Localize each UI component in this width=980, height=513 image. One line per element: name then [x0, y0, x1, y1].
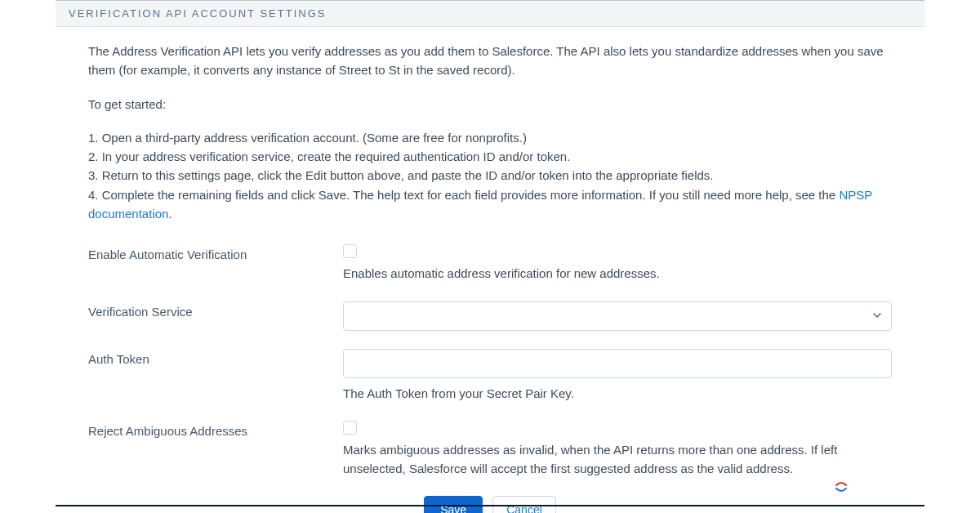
verification-service-select[interactable]	[343, 301, 892, 331]
step-2: 2. In your address verification service,…	[88, 147, 892, 166]
intro-paragraph-1: The Address Verification API lets you ve…	[88, 42, 892, 80]
reject-ambiguous-checkbox[interactable]	[343, 421, 357, 435]
settings-panel: VERIFICATION API ACCOUNT SETTINGS The Ad…	[56, 1, 924, 513]
step-1: 1. Open a third-party address verificati…	[88, 128, 892, 147]
reject-ambiguous-row: Reject Ambiguous Addresses Marks ambiguo…	[88, 421, 892, 478]
settings-form: Enable Automatic Verification Enables au…	[88, 244, 892, 513]
section-header: VERIFICATION API ACCOUNT SETTINGS	[56, 1, 924, 27]
bottom-border	[56, 505, 924, 506]
scroll-indicator-icon[interactable]	[833, 479, 849, 495]
enable-auto-checkbox[interactable]	[343, 244, 357, 258]
enable-auto-help: Enables automatic address verification f…	[343, 265, 892, 283]
getting-started-steps: 1. Open a third-party address verificati…	[88, 128, 892, 223]
step-4-post: .	[168, 207, 172, 221]
verification-service-label: Verification Service	[88, 301, 343, 319]
intro-text: The Address Verification API lets you ve…	[88, 42, 892, 114]
auth-token-label: Auth Token	[88, 349, 343, 366]
reject-ambiguous-label: Reject Ambiguous Addresses	[88, 421, 343, 438]
enable-auto-label: Enable Automatic Verification	[88, 244, 343, 261]
step-4-pre: 4. Complete the remaining fields and cli…	[88, 188, 839, 202]
step-3: 3. Return to this settings page, click t…	[88, 166, 892, 185]
step-4: 4. Complete the remaining fields and cli…	[88, 185, 892, 224]
intro-paragraph-2: To get started:	[88, 95, 892, 114]
auth-token-row: Auth Token The Auth Token from your Secr…	[88, 349, 892, 404]
reject-ambiguous-help: Marks ambiguous addresses as invalid, wh…	[343, 441, 892, 478]
verification-service-row: Verification Service	[88, 301, 892, 331]
verification-service-select-wrap	[343, 301, 892, 331]
enable-automatic-verification-row: Enable Automatic Verification Enables au…	[88, 244, 892, 283]
auth-token-help: The Auth Token from your Secret Pair Key…	[343, 385, 892, 404]
auth-token-input[interactable]	[343, 349, 892, 378]
